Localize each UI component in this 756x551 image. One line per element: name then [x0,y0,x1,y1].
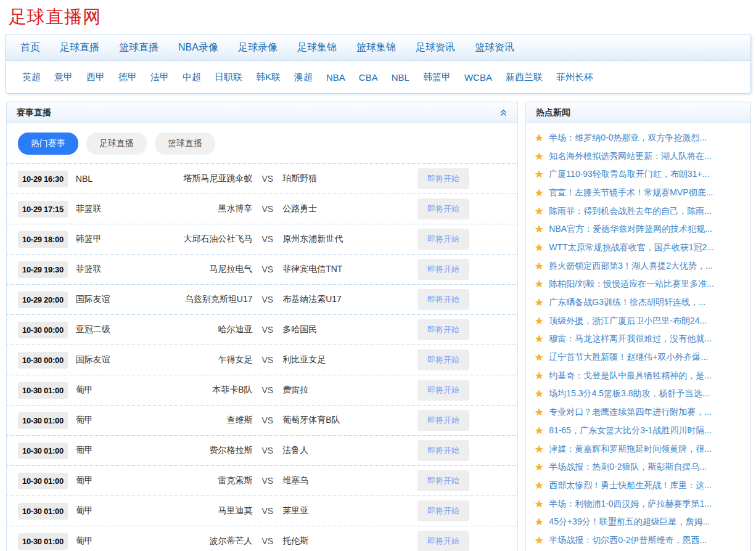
main-nav-link[interactable]: 足球录像 [228,41,287,54]
match-status-button[interactable]: 即将开始 [417,531,469,551]
tab-football-live[interactable]: 足球直播 [86,133,147,155]
match-status-button[interactable]: 即将开始 [417,198,469,219]
tab-basketball-live[interactable]: 篮球直播 [155,133,215,155]
news-item-title: 45分+39分！联盟前五的超级巨星，詹姆... [549,516,710,528]
match-league: 菲篮联 [76,203,133,214]
match-row[interactable]: 10-29 19:30 菲篮联 马尼拉电气 VS 菲律宾电信TNT 即将开始 [7,255,517,285]
main-nav-link[interactable]: NBA录像 [168,41,228,54]
news-item[interactable]: ★ 半场战报：热刺0-2狼队，斯彭斯自摆乌... [535,458,742,476]
match-time-badge: 10-30 01:00 [18,382,68,399]
home-team: 马尼拉电气 [133,264,262,275]
news-item[interactable]: ★ 半场：维罗纳0-0热那亚，双方争抢激烈... [535,129,742,147]
match-status-button[interactable]: 即将开始 [417,289,469,310]
match-teams: 查维斯 VS 葡萄牙体育B队 [133,415,403,426]
news-item[interactable]: ★ 场均15.3分4.5篮板3.8助攻，杨舒予当选... [535,385,742,404]
main-nav-link[interactable]: 首页 [10,41,50,54]
news-item[interactable]: ★ 穆雷：马龙这样离开我很难过，没有他就... [535,330,742,349]
news-item[interactable]: ★ 广厦110-93轻取青岛取开门红，布朗31+... [535,165,742,184]
news-item[interactable]: ★ 半场战报：切尔西0-2伊普斯维奇，恩西... [535,531,742,550]
news-item[interactable]: ★ 知名海外模拟选秀网站更新：湖人队将在... [535,147,742,166]
news-item[interactable]: ★ 专业对口？老鹰连续第四年进行附加赛，... [535,403,742,422]
news-item[interactable]: ★ 胜火箭锁定西部第3！湖人喜提2大优势，... [535,257,742,276]
main-nav-link[interactable]: 篮球集锦 [347,41,406,54]
match-status-button[interactable]: 即将开始 [417,410,469,431]
league-nav-link[interactable]: 韩K联 [249,71,287,83]
match-status-button[interactable]: 即将开始 [417,349,469,370]
news-item[interactable]: ★ WTT太原常规挑战赛收官，国乒收获1冠2... [535,239,742,257]
news-item[interactable]: ★ 津媒：黄嘉辉和罗斯拖延时间领黄牌，很... [535,440,742,459]
league-nav-link[interactable]: 日职联 [208,71,249,83]
league-nav-link[interactable]: CBA [352,72,385,83]
news-item[interactable]: ★ 45分+39分！联盟前五的超级巨星，詹姆... [535,513,742,531]
league-nav-link[interactable]: 中超 [176,71,208,83]
match-row[interactable]: 10-30 01:00 葡甲 马里迪莫 VS 莱里亚 即将开始 [7,496,517,526]
match-row[interactable]: 10-30 01:00 葡甲 波尔蒂芒人 VS 托伦斯 即将开始 [7,526,517,551]
home-team: 乌兹别克斯坦U17 [133,294,262,305]
match-row[interactable]: 10-30 01:00 葡甲 雷克索斯 VS 维塞乌 即将开始 [7,466,517,496]
live-matches-panel: 赛事直播 热门赛事 足球直播 篮球直播 10-29 16:30 NBL 塔斯马尼… [6,102,518,551]
main-nav-link[interactable]: 足球集锦 [287,41,347,54]
match-row[interactable]: 10-29 18:00 韩篮甲 大邱石油公社飞马 VS 原州东浦新世代 即将开始 [7,224,517,255]
news-item[interactable]: ★ 顶级外援，浙江广厦后卫小巴里-布朗24... [535,312,742,330]
match-status-button[interactable]: 即将开始 [417,380,469,401]
news-item-title: 胜火箭锁定西部第3！湖人喜提2大优势，... [549,261,712,272]
vs-label: VS [261,506,273,516]
match-row[interactable]: 10-29 20:00 国际友谊 乌兹别克斯坦U17 VS 布基纳法索U17 即… [7,285,517,315]
news-item[interactable]: ★ 约基奇：戈登是队中最具牺牲精神的，是... [535,367,742,385]
main-nav-link[interactable]: 篮球资讯 [465,41,524,54]
site-logo[interactable]: 足球直播网 [0,0,756,33]
star-icon: ★ [535,444,543,454]
match-status-button[interactable]: 即将开始 [417,440,469,461]
news-item-title: 广厦110-93轻取青岛取开门红，布朗31+... [549,169,709,180]
tab-hot-matches[interactable]: 热门赛事 [18,133,78,155]
chevron-double-up-icon[interactable] [499,108,507,117]
main-nav-link[interactable]: 足球直播 [50,41,109,54]
match-status-button[interactable]: 即将开始 [417,229,469,250]
league-nav-link[interactable]: WCBA [458,72,499,83]
away-team: 费雷拉 [273,385,403,396]
match-league: 亚冠二级 [76,324,133,335]
news-item-title: 西部太惨烈！勇士快船生死战！库里：这... [549,480,712,491]
match-time-badge: 10-30 01:00 [18,503,68,520]
star-icon: ★ [535,152,543,161]
news-item[interactable]: ★ 81-65，广东女篮大比分3-1战胜四川时隔... [535,422,742,440]
home-team: 黑水博辛 [133,203,262,214]
league-nav-link[interactable]: NBL [385,72,416,83]
league-nav-link[interactable]: 法甲 [144,71,176,83]
match-status-button[interactable]: 即将开始 [417,259,469,280]
league-nav-link[interactable]: 菲州长杯 [549,71,600,83]
league-nav-link[interactable]: NBA [319,72,352,83]
league-nav-link[interactable]: 英超 [15,71,47,83]
main-content: 赛事直播 热门赛事 足球直播 篮球直播 10-29 16:30 NBL 塔斯马尼… [6,102,751,551]
news-item[interactable]: ★ 广东晒备战G3训练！徐杰胡明轩连线，... [535,293,742,312]
match-row[interactable]: 10-30 00:00 亚冠二级 哈尔迪亚 VS 多哈国民 即将开始 [7,315,517,345]
news-item[interactable]: ★ 半场：利物浦1-0西汉姆，萨拉赫赛季第1... [535,495,742,513]
match-status-button[interactable]: 即将开始 [417,319,469,340]
league-nav-link[interactable]: 澳超 [287,71,319,83]
match-status-button[interactable]: 即将开始 [417,470,469,491]
league-nav-link[interactable]: 德甲 [112,71,144,83]
away-team: 原州东浦新世代 [273,234,403,245]
league-nav-link[interactable]: 西甲 [80,71,112,83]
main-nav-link[interactable]: 足球资讯 [406,41,465,54]
main-nav-link[interactable]: 篮球直播 [109,41,168,54]
match-row[interactable]: 10-30 01:00 葡甲 本菲卡B队 VS 费雷拉 即将开始 [7,375,517,406]
match-row[interactable]: 10-30 00:00 国际友谊 乍得女足 VS 利比亚女足 即将开始 [7,345,517,375]
league-nav-link[interactable]: 韩篮甲 [416,71,458,83]
news-item[interactable]: ★ 西部太惨烈！勇士快船生死战！库里：这... [535,476,742,495]
league-nav-link[interactable]: 意甲 [47,71,80,83]
news-item[interactable]: ★ 陈雨菲：得到机会战胜去年的自己，陈雨... [535,202,742,221]
star-icon: ★ [535,133,543,143]
match-row[interactable]: 10-30 01:00 葡甲 查维斯 VS 葡萄牙体育B队 即将开始 [7,406,517,436]
match-status-button[interactable]: 即将开始 [417,168,469,189]
news-item-title: WTT太原常规挑战赛收官，国乒收获1冠2... [549,242,714,253]
match-row[interactable]: 10-29 17:15 菲篮联 黑水博辛 VS 公路勇士 即将开始 [7,194,517,224]
news-item[interactable]: ★ 辽宁首节大胜新疆！赵继伟+双小外齐爆... [535,348,742,367]
match-row[interactable]: 10-29 16:30 NBL 塔斯马尼亚跳伞蚁 VS 珀斯野猫 即将开始 [7,164,517,194]
league-nav-link[interactable]: 新西兰联 [499,71,549,83]
match-status-button[interactable]: 即将开始 [417,500,469,521]
news-item[interactable]: ★ NBA官方：爱德华兹对阵篮网的技术犯规... [535,220,742,239]
news-item[interactable]: ★ 官宣！左膝关节镜手术！常规赛MVP彻底... [535,184,742,202]
news-item[interactable]: ★ 陈柏阳/刘毅：慢慢适应在一站比赛里多准... [535,276,742,294]
match-row[interactable]: 10-30 01:00 葡甲 费尔格拉斯 VS 法鲁人 即将开始 [7,436,517,466]
